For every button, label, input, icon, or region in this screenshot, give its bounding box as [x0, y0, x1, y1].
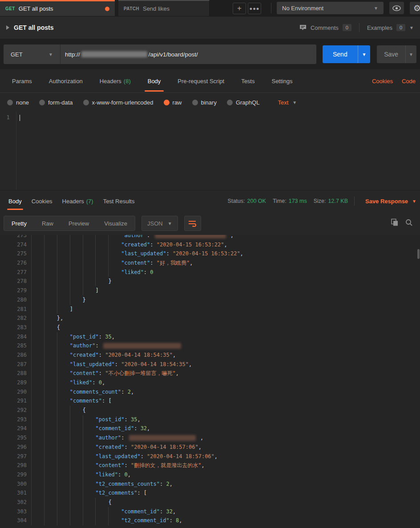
send-button[interactable]: Send [323, 45, 358, 63]
chevron-down-icon[interactable]: ▼ [409, 25, 414, 30]
indent-guides [31, 443, 95, 452]
chevron-down-icon: ▼ [168, 221, 172, 226]
code-token: "t2_comments_counts" [95, 480, 160, 489]
indent-guides [31, 396, 70, 406]
raw-format-dropdown[interactable]: Text ▼ [278, 99, 297, 106]
request-tab-get-all-posts[interactable]: GET GET all posts [0, 0, 115, 16]
code-token: : [141, 452, 147, 461]
code-line: 299"liked": 0, [0, 470, 420, 480]
code-token: : [99, 332, 105, 342]
view-raw[interactable]: Raw [34, 216, 61, 230]
response-header: BodyCookiesHeaders(7)Test Results Status… [0, 190, 420, 212]
response-tab-headers[interactable]: Headers(7) [57, 190, 98, 212]
code-token: : [118, 470, 124, 480]
request-tab-params[interactable]: Params [4, 69, 40, 93]
view-preview[interactable]: Preview [61, 216, 97, 230]
code-line: 290"comments_count": 2, [0, 387, 420, 397]
code-line: 283{ [0, 323, 420, 332]
code-line: 288"content": "不小心刪掉一堆留言，嚇死", [0, 369, 420, 378]
request-tab-pre-request-script[interactable]: Pre-request Script [169, 69, 233, 93]
collapse-arrow-icon[interactable] [6, 25, 9, 30]
wrap-text-button[interactable] [184, 216, 201, 231]
code-line: 302{ [0, 498, 420, 507]
response-tab-body[interactable]: Body [4, 190, 27, 212]
response-tab-cookies[interactable]: Cookies [27, 190, 57, 212]
mode-label: x-www-form-urlencoded [92, 99, 153, 106]
line-number: 285 [0, 341, 31, 351]
code-token: : [92, 378, 98, 387]
line-number: 290 [0, 387, 31, 397]
code-token: : [ [137, 488, 147, 498]
request-tab-send-likes[interactable]: PATCH Send likes [118, 0, 210, 16]
code-token: { [83, 406, 86, 415]
settings-button[interactable]: ⚙ [410, 2, 420, 14]
view-pretty[interactable]: Pretty [4, 216, 34, 230]
line-number: 295 [0, 433, 31, 443]
url-input[interactable]: http:// /api/v1/board/post/ [61, 44, 316, 64]
indent-guides [31, 332, 70, 342]
tab-label: Headers [62, 198, 84, 205]
gear-icon: ⚙ [413, 3, 420, 13]
code-token: { [57, 323, 60, 332]
request-tab-tests[interactable]: Tests [233, 69, 263, 93]
code-token: , [137, 415, 140, 424]
url-path: /api/v1/board/post/ [149, 51, 198, 58]
code-line: 295"author": , [0, 433, 420, 443]
body-mode-form-data[interactable]: form-data [39, 99, 73, 106]
line-number: 299 [0, 470, 31, 480]
copy-response-button[interactable] [391, 218, 399, 228]
view-visualize[interactable]: Visualize [97, 216, 135, 230]
save-response-button[interactable]: Save Response ▼ [365, 198, 416, 205]
body-mode-GraphQL[interactable]: GraphQL [227, 99, 259, 106]
text-caret [20, 115, 20, 121]
scrollbar-thumb[interactable] [417, 249, 420, 259]
code-token: 32 [166, 507, 172, 516]
indent-guides [31, 498, 108, 507]
divider [271, 3, 271, 13]
method-label-get: GET [5, 6, 15, 11]
tab-options-button[interactable]: ●●● [248, 3, 261, 14]
method-dropdown[interactable]: GET ▼ [4, 44, 61, 64]
code-token: : [125, 443, 131, 452]
code-token: "2020-04-15 16:53:22" [157, 240, 224, 250]
request-tab-settings[interactable]: Settings [263, 69, 301, 93]
request-tab-headers[interactable]: Headers(8) [91, 69, 139, 93]
environment-selector[interactable]: No Environment ▼ [277, 2, 384, 14]
indent-guides [31, 323, 57, 332]
language-dropdown[interactable]: JSON ▼ [141, 216, 178, 231]
body-mode-none[interactable]: none [7, 99, 29, 106]
code-line: 293"post_id": 35, [0, 415, 420, 424]
save-button[interactable]: Save [377, 45, 405, 63]
code-token: "comment_id" [121, 507, 160, 516]
comments-count-badge: 0 [343, 24, 351, 31]
indent-guides [31, 277, 108, 286]
save-options-button[interactable]: ▼ [405, 45, 416, 63]
examples-button[interactable]: Examples [367, 24, 392, 31]
search-response-button[interactable] [405, 219, 413, 228]
url-prefix: http:// [65, 51, 80, 58]
response-tab-test-results[interactable]: Test Results [98, 190, 140, 212]
body-mode-binary[interactable]: binary [192, 99, 217, 106]
url-bar: GET ▼ http:// /api/v1/board/post/ Send ▼… [0, 39, 420, 69]
send-options-button[interactable]: ▼ [358, 45, 370, 63]
comment-icon [299, 24, 307, 31]
indent-guides [31, 341, 70, 351]
request-tab-body[interactable]: Body [139, 69, 170, 93]
request-body-editor[interactable]: 1 [0, 112, 420, 190]
comments-button[interactable]: Comments [311, 24, 339, 31]
response-body[interactable]: 273"author": ",274"created": "2020-04-15… [0, 235, 420, 528]
code-token: : [121, 433, 127, 443]
environment-quick-look-button[interactable] [389, 2, 404, 14]
new-tab-button[interactable]: + [233, 3, 246, 14]
request-tab-authorization[interactable]: Authorization [40, 69, 91, 93]
cookies-link[interactable]: Cookies [372, 78, 393, 85]
tab-title: GET all posts [19, 5, 53, 12]
code-link[interactable]: Code [402, 78, 416, 85]
code-token: : [150, 258, 156, 268]
code-line: 282}, [0, 314, 420, 323]
body-mode-x-www-form-urlencoded[interactable]: x-www-form-urlencoded [83, 99, 153, 106]
code-token: : [160, 480, 166, 489]
body-mode-raw[interactable]: raw [164, 99, 182, 106]
code-token: "2020-04-14 18:54:35" [105, 351, 173, 360]
wrap-text-icon [188, 220, 197, 227]
